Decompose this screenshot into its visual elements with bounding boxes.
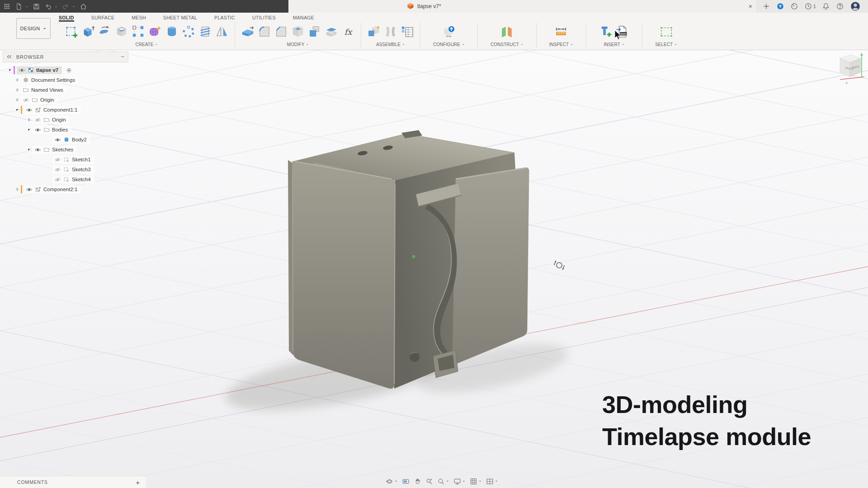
notification-clock-icon[interactable]: 1 <box>804 2 816 10</box>
tree-item-sketch3[interactable]: Sketch3 <box>3 164 128 174</box>
fit-tool[interactable] <box>437 478 449 485</box>
tree-item-document-settings[interactable]: Document Settings <box>3 75 128 85</box>
group-label-insert[interactable]: INSERT <box>604 42 625 47</box>
caret-open-icon[interactable] <box>26 147 33 152</box>
tree-item-component1-1[interactable]: Component1:1 <box>3 105 128 115</box>
add-comment-button[interactable]: + <box>136 479 140 486</box>
ribbon-tab-sheet-metal[interactable]: SHEET METAL <box>163 13 197 22</box>
chevron-down-icon[interactable] <box>25 2 28 10</box>
group-label-create[interactable]: CREATE <box>136 42 158 47</box>
revolve-icon[interactable] <box>98 25 112 38</box>
visibility-off-icon[interactable] <box>54 166 61 173</box>
undo-icon[interactable] <box>44 3 52 10</box>
tree-item-body2[interactable]: Body2 <box>3 135 128 145</box>
visibility-on-icon[interactable] <box>19 67 25 74</box>
group-label-construct[interactable]: CONSTRUCT <box>491 42 524 47</box>
bill-of-materials-icon[interactable] <box>401 25 414 38</box>
group-label-modify[interactable]: MODIFY <box>287 42 309 47</box>
activate-component-radio[interactable] <box>66 67 72 74</box>
look-at-tool[interactable] <box>402 478 410 485</box>
group-label-configure[interactable]: CONFIGURE <box>433 42 465 47</box>
avatar-icon[interactable] <box>850 1 861 12</box>
save-icon[interactable] <box>33 3 40 10</box>
home-icon[interactable] <box>80 3 87 10</box>
caret-open-icon[interactable] <box>26 127 33 132</box>
joint-icon[interactable] <box>384 25 397 38</box>
mirror-icon[interactable] <box>215 25 229 38</box>
tree-item-sketch1[interactable]: Sketch1 <box>3 155 128 164</box>
visibility-off-icon[interactable] <box>34 117 41 123</box>
chevron-down-icon[interactable] <box>495 479 498 483</box>
tree-item-origin[interactable]: Origin <box>3 95 128 105</box>
redo-icon[interactable] <box>62 3 70 10</box>
ribbon-tab-manage[interactable]: MANAGE <box>293 13 314 22</box>
close-tab-button[interactable]: × <box>749 0 752 13</box>
new-tab-icon[interactable] <box>762 2 770 10</box>
bell-icon[interactable] <box>822 2 830 10</box>
configuration-icon[interactable] <box>442 25 456 38</box>
circular-pattern-icon[interactable] <box>182 25 195 38</box>
file-icon[interactable] <box>15 3 23 10</box>
group-label-select[interactable]: SELECT <box>655 42 677 47</box>
rib-icon[interactable] <box>198 25 212 38</box>
insert-svg-icon[interactable]: SVG <box>616 25 629 38</box>
grid-settings-tool[interactable] <box>470 478 482 485</box>
zoom-tool[interactable] <box>425 478 433 485</box>
visibility-off-icon[interactable] <box>54 156 61 163</box>
fillet-icon[interactable] <box>258 25 271 38</box>
tree-item-tlapse-v7[interactable]: tlapse v7 <box>3 65 128 75</box>
tree-item-component2-1[interactable]: Component2:1 <box>3 184 128 194</box>
select-window-icon[interactable] <box>660 25 673 38</box>
tree-item-sketches[interactable]: Sketches <box>3 145 128 155</box>
caret-closed-icon[interactable] <box>26 117 33 122</box>
tree-item-bodies[interactable]: Bodies <box>3 125 128 135</box>
orbit-tool[interactable] <box>386 478 398 485</box>
workspace-selector[interactable]: DESIGN <box>16 18 51 39</box>
chevron-down-icon[interactable] <box>478 479 482 483</box>
caret-closed-icon[interactable] <box>14 88 21 92</box>
collapse-panel-icon[interactable] <box>7 54 12 60</box>
caret-open-icon[interactable] <box>7 68 14 72</box>
ribbon-tab-surface[interactable]: SURFACE <box>91 13 115 22</box>
combine-icon[interactable] <box>308 25 321 38</box>
group-label-inspect[interactable]: INSPECT <box>549 42 573 47</box>
view-cube[interactable]: RIGHT BACK X <box>834 50 868 86</box>
ribbon-tab-utilities[interactable]: UTILITIES <box>252 13 276 22</box>
change-parameters-icon[interactable]: fx <box>341 25 355 38</box>
visibility-on-icon[interactable] <box>26 107 33 113</box>
rectangular-pattern-icon[interactable] <box>132 25 145 38</box>
visibility-off-icon[interactable] <box>54 176 61 183</box>
construction-plane-icon[interactable] <box>500 25 514 38</box>
job-status-icon[interactable] <box>790 2 798 10</box>
ribbon-tab-plastic[interactable]: PLASTIC <box>214 13 235 22</box>
minimize-panel-button[interactable]: − <box>121 55 124 59</box>
new-component-icon[interactable] <box>367 25 381 38</box>
display-settings-tool[interactable] <box>453 478 466 485</box>
app-grid-icon[interactable] <box>3 3 11 10</box>
visibility-on-icon[interactable] <box>34 127 41 133</box>
visibility-on-icon[interactable] <box>54 136 61 143</box>
ribbon-tab-solid[interactable]: SOLID <box>59 13 74 22</box>
pan-tool[interactable] <box>414 478 421 485</box>
tree-item-sketch4[interactable]: Sketch4 <box>3 174 128 184</box>
chamfer-icon[interactable] <box>274 25 288 38</box>
shell-icon[interactable] <box>291 25 305 38</box>
chevron-down-icon[interactable] <box>394 479 398 483</box>
chevron-down-icon[interactable] <box>462 479 466 483</box>
caret-closed-icon[interactable] <box>14 187 21 192</box>
ribbon-tab-mesh[interactable]: MESH <box>132 13 146 22</box>
chevron-down-icon[interactable] <box>72 2 75 10</box>
create-sketch-icon[interactable] <box>65 25 78 38</box>
caret-open-icon[interactable] <box>14 108 21 112</box>
caret-closed-icon[interactable] <box>14 78 21 82</box>
visibility-on-icon[interactable] <box>26 186 33 193</box>
insert-fastener-icon[interactable] <box>599 25 613 38</box>
group-label-assemble[interactable]: ASSEMBLE <box>376 42 405 47</box>
help-icon[interactable] <box>836 2 844 10</box>
hole-icon[interactable] <box>115 25 128 38</box>
tree-item-named-views[interactable]: Named Views <box>3 85 128 95</box>
create-form-icon[interactable] <box>148 25 162 38</box>
comments-bar[interactable]: COMMENTS + <box>0 476 146 488</box>
chevron-down-icon[interactable] <box>54 2 58 10</box>
primitive-cylinder-icon[interactable] <box>165 25 179 38</box>
